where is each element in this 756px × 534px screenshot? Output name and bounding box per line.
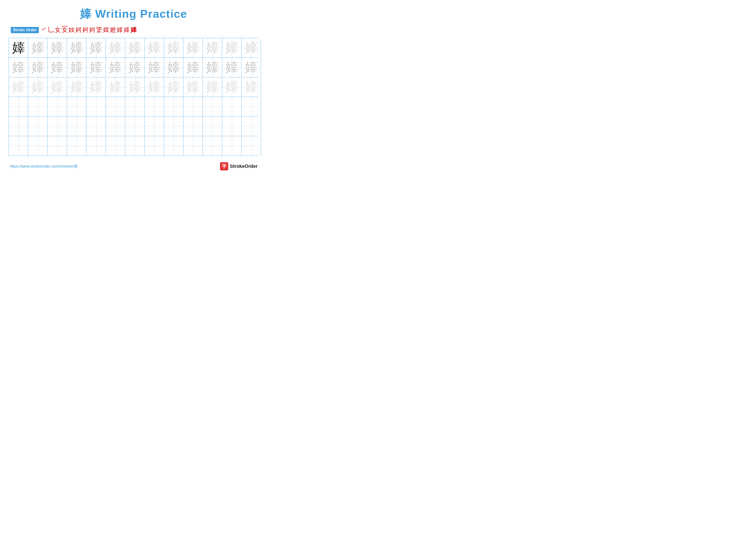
- grid-cell[interactable]: 嫴: [48, 58, 67, 77]
- grid-cell[interactable]: [67, 116, 86, 136]
- grid-cell[interactable]: [86, 136, 106, 156]
- grid-cell[interactable]: 嫴: [67, 38, 86, 58]
- practice-char: 嫴: [148, 61, 161, 74]
- grid-cell[interactable]: 嫴: [145, 58, 164, 77]
- grid-cell[interactable]: 嫴: [164, 38, 183, 58]
- grid-cell[interactable]: [106, 116, 125, 136]
- grid-cell[interactable]: [48, 116, 67, 136]
- grid-cell[interactable]: 嫴: [67, 58, 86, 77]
- grid-cell[interactable]: 嫴: [86, 38, 106, 58]
- practice-char: 嫴: [206, 41, 219, 54]
- grid-cell[interactable]: 嫴: [28, 38, 48, 58]
- grid-cell[interactable]: [9, 97, 28, 116]
- grid-row: [9, 116, 258, 136]
- grid-cell[interactable]: [242, 116, 261, 136]
- grid-cell[interactable]: [28, 136, 48, 156]
- grid-cell[interactable]: [48, 136, 67, 156]
- grid-cell[interactable]: [183, 116, 203, 136]
- practice-char: 嫴: [12, 41, 25, 54]
- grid-cell[interactable]: [86, 97, 106, 116]
- grid-cell[interactable]: 嫴: [125, 58, 145, 77]
- grid-cell[interactable]: [164, 136, 183, 156]
- grid-cell[interactable]: [106, 136, 125, 156]
- grid-cell[interactable]: 嫴: [203, 38, 222, 58]
- practice-char: 嫴: [128, 61, 141, 74]
- grid-cell[interactable]: 嫴: [125, 38, 145, 58]
- grid-cell[interactable]: [106, 97, 125, 116]
- practice-char: 嫴: [187, 61, 200, 74]
- grid-cell[interactable]: 嫴: [222, 38, 242, 58]
- grid-cell[interactable]: [48, 97, 67, 116]
- grid-cell[interactable]: [203, 116, 222, 136]
- grid-cell[interactable]: [222, 97, 242, 116]
- grid-cell[interactable]: 嫴: [145, 38, 164, 58]
- grid-cell[interactable]: 嫴: [9, 77, 28, 97]
- grid-cell[interactable]: [222, 136, 242, 156]
- grid-cell[interactable]: [183, 97, 203, 116]
- stroke-5: 奻: [68, 26, 74, 34]
- grid-cell[interactable]: [67, 136, 86, 156]
- practice-char: 嫴: [90, 41, 103, 54]
- grid-cell[interactable]: 嫴: [9, 58, 28, 77]
- practice-char: 嫴: [51, 61, 64, 74]
- stroke-7: 妸: [82, 26, 88, 34]
- grid-cell[interactable]: [145, 97, 164, 116]
- grid-cell[interactable]: [164, 116, 183, 136]
- practice-char: 嫴: [70, 41, 83, 54]
- practice-char: 嫴: [70, 81, 83, 93]
- grid-cell[interactable]: 嫴: [86, 58, 106, 77]
- practice-char: 嫴: [128, 81, 141, 93]
- grid-cell[interactable]: [145, 116, 164, 136]
- grid-cell[interactable]: [28, 97, 48, 116]
- grid-cell[interactable]: [125, 136, 145, 156]
- grid-cell[interactable]: [183, 136, 203, 156]
- grid-cell[interactable]: 嫴: [203, 77, 222, 97]
- grid-cell[interactable]: 嫴: [164, 58, 183, 77]
- grid-cell[interactable]: 嫴: [48, 77, 67, 97]
- grid-cell[interactable]: 嫴: [28, 58, 48, 77]
- practice-char: 嫴: [167, 61, 180, 74]
- stroke-9: 婱: [96, 26, 102, 34]
- grid-cell[interactable]: 嫴: [86, 77, 106, 97]
- footer: https://www.strokeorder.com/chinese/嫴 字 …: [9, 162, 258, 170]
- grid-cell[interactable]: [125, 116, 145, 136]
- grid-cell[interactable]: [28, 116, 48, 136]
- grid-cell[interactable]: 嫴: [242, 77, 261, 97]
- grid-cell[interactable]: 嫴: [242, 58, 261, 77]
- grid-cell[interactable]: [222, 116, 242, 136]
- grid-cell[interactable]: [203, 136, 222, 156]
- grid-cell[interactable]: 嫴: [48, 38, 67, 58]
- grid-cell[interactable]: [145, 136, 164, 156]
- grid-cell[interactable]: 嫴: [183, 77, 203, 97]
- grid-cell[interactable]: 嫴: [106, 58, 125, 77]
- grid-cell[interactable]: 嫴: [9, 38, 28, 58]
- stroke-6: 妸: [75, 26, 81, 34]
- grid-cell[interactable]: [125, 97, 145, 116]
- practice-char: 嫴: [187, 41, 200, 54]
- grid-cell[interactable]: [9, 136, 28, 156]
- grid-cell[interactable]: 嫴: [222, 58, 242, 77]
- grid-cell[interactable]: [203, 97, 222, 116]
- grid-cell[interactable]: 嫴: [164, 77, 183, 97]
- grid-cell[interactable]: 嫴: [222, 77, 242, 97]
- stroke-3: 女: [55, 26, 61, 34]
- grid-cell[interactable]: [164, 97, 183, 116]
- footer-brand: 字 StrokeOrder: [220, 162, 257, 170]
- grid-cell[interactable]: [242, 97, 261, 116]
- grid-cell[interactable]: 嫴: [125, 77, 145, 97]
- footer-url[interactable]: https://www.strokeorder.com/chinese/嫴: [10, 164, 78, 169]
- grid-cell[interactable]: [9, 116, 28, 136]
- grid-cell[interactable]: 嫴: [106, 38, 125, 58]
- grid-cell[interactable]: [67, 97, 86, 116]
- grid-cell[interactable]: [86, 116, 106, 136]
- grid-cell[interactable]: [242, 136, 261, 156]
- grid-cell[interactable]: 嫴: [28, 77, 48, 97]
- grid-cell[interactable]: 嫴: [145, 77, 164, 97]
- grid-cell[interactable]: 嫴: [183, 38, 203, 58]
- practice-char: 嫴: [245, 61, 258, 74]
- grid-cell[interactable]: 嫴: [203, 58, 222, 77]
- grid-cell[interactable]: 嫴: [106, 77, 125, 97]
- grid-cell[interactable]: 嫴: [67, 77, 86, 97]
- grid-cell[interactable]: 嫴: [183, 58, 203, 77]
- grid-cell[interactable]: 嫴: [242, 38, 261, 58]
